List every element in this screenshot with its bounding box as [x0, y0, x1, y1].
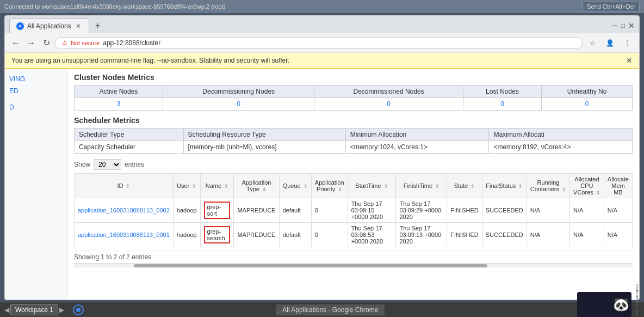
menu-button[interactable]: ⋮ [620, 35, 635, 51]
browser-tab[interactable]: ● All Applications ✕ [9, 19, 89, 33]
priority-1: 0 [311, 198, 348, 223]
col-application-type[interactable]: ApplicationType ⇕ [234, 174, 279, 198]
running-containers-2: N/A [527, 223, 569, 247]
show-label: Show [74, 161, 90, 168]
sidebar-item-empty [5, 97, 67, 101]
col-lost-nodes: Lost Nodes [463, 86, 541, 98]
max-allocation-value: <memory:8192, vCores:4> [489, 141, 633, 154]
minimize-button[interactable]: ─ [612, 21, 618, 30]
app-name-highlight-2: grep-search [204, 226, 231, 243]
decommissioning-value: 0 [163, 98, 314, 111]
tab-close-button[interactable]: ✕ [75, 22, 82, 30]
queue-1: default [279, 198, 311, 223]
start-time-1: Thu Sep 17 03:09:15 +0000 2020 [348, 198, 396, 223]
col-decommissioning-nodes: Decommissioning Nodes [163, 86, 314, 98]
col-application-priority[interactable]: ApplicationPriority ⇕ [311, 174, 348, 198]
new-tab-button[interactable]: + [91, 19, 104, 32]
tab-bar: ● All Applications ✕ + ─ □ ✕ [5, 16, 639, 33]
app-type-1: MAPREDUCE [234, 198, 279, 223]
bookmark-button[interactable]: ☆ [585, 35, 600, 51]
cluster-metrics-table: Active Nodes Decommissioning Nodes Decom… [74, 85, 633, 111]
col-name[interactable]: Name ⇕ [200, 174, 234, 198]
warning-close-button[interactable]: ✕ [626, 56, 633, 65]
workspace-label[interactable]: Workspace 1 [10, 304, 58, 315]
scheduler-metrics-table: Scheduler Type Scheduling Resource Type … [74, 128, 633, 154]
col-final-status[interactable]: FinalStatus ⇕ [482, 174, 527, 198]
browser-window: ● All Applications ✕ + ─ □ ✕ ← → ↻ ⚠ Not… [4, 15, 640, 300]
col-minimum-allocation: Minimum Allocation [345, 129, 489, 141]
col-unhealthy-nodes: Unhealthy No [542, 86, 633, 98]
col-alloc-mem[interactable]: AllocateMemMB [604, 174, 632, 198]
entries-select[interactable]: 10 20 50 100 [94, 159, 121, 170]
min-allocation-value: <memory:1024, vCores:1> [345, 141, 489, 154]
sidebar-item-ving[interactable]: VING [5, 73, 67, 85]
col-maximum-allocation: Maximum Allocati [489, 129, 633, 141]
alloc-cpu-1: N/A [570, 198, 604, 223]
close-window-button[interactable]: ✕ [628, 21, 635, 30]
col-queue[interactable]: Queue ⇕ [279, 174, 311, 198]
navigation-bar: ← → ↻ ⚠ Not secure app-12:8088/cluster ☆… [5, 33, 639, 53]
warning-bar: You are using an unsupported command-lin… [5, 53, 639, 69]
sidebar-item-d[interactable]: D [5, 101, 67, 113]
user-2: hadoop [173, 223, 200, 247]
workspace-next-button[interactable]: ▶ [59, 306, 64, 314]
scheduler-type-value: Capacity Scheduler [75, 141, 184, 154]
account-button[interactable]: 👤 [602, 35, 617, 51]
address-text: app-12:8088/cluster [103, 39, 575, 47]
taskbar-app-label[interactable]: All Applications - Google Chrome [276, 304, 385, 315]
start-time-2: Thu Sep 17 03:08:53 +0000 2020 [348, 223, 396, 247]
name-1: grep-sort [200, 198, 234, 223]
maximize-button[interactable]: □ [621, 22, 625, 29]
col-id[interactable]: ID ⇕ [75, 174, 174, 198]
col-scheduling-resource-type: Scheduling Resource Type [183, 129, 345, 141]
watermark-text: csdn.net/weixin_45810046 [635, 284, 640, 317]
final-status-1: SUCCEEDED [482, 198, 527, 223]
table-row: application_1600310088113_0002 hadoop gr… [75, 198, 633, 223]
user-1: hadoop [173, 198, 200, 223]
state-2: FINISHED [447, 223, 482, 247]
workspace-prev-button[interactable]: ◀ [4, 306, 9, 314]
lost-nodes-value: 0 [463, 98, 541, 111]
active-nodes-value: 3 [75, 98, 163, 111]
top-bar: Connected to workspace1sf0k4m4x3038eky.w… [0, 0, 644, 13]
app-id-2[interactable]: application_1600310088113_0001 [75, 223, 174, 247]
scroll-thumb[interactable] [134, 264, 487, 267]
applications-table: ID ⇕ User ⇕ Name ⇕ ApplicationType ⇕ Que… [74, 173, 633, 247]
state-1: FINISHED [447, 198, 482, 223]
priority-2: 0 [311, 223, 348, 247]
table-row: application_1600310088113_0001 hadoop gr… [75, 223, 633, 247]
security-warning-icon: ⚠ [62, 39, 67, 46]
back-button[interactable]: ← [9, 36, 22, 50]
app-name-highlight-1: grep-sort [204, 202, 231, 219]
alloc-mem-1: N/A [604, 198, 632, 223]
forward-button[interactable]: → [24, 36, 38, 50]
app-id-1[interactable]: application_1600310088113_0002 [75, 198, 174, 223]
running-containers-1: N/A [527, 198, 569, 223]
taskbar: ◀ Workspace 1 ▶ All Applications - Googl… [0, 302, 644, 317]
horizontal-scrollbar[interactable] [74, 263, 633, 267]
security-warning-text: Not secure [71, 40, 100, 46]
content-area: Cluster Nodes Metrics Active Nodes Decom… [67, 69, 639, 300]
col-state[interactable]: State ⇕ [447, 174, 482, 198]
col-start-time[interactable]: StartTime ⇕ [348, 174, 396, 198]
warning-text: You are using an unsupported command-lin… [11, 57, 289, 64]
sidebar-item-ed[interactable]: ED [5, 85, 67, 97]
col-alloc-cpu[interactable]: AllocatedCPUVCores ⇕ [570, 174, 604, 198]
reload-button[interactable]: ↻ [40, 36, 53, 50]
alloc-mem-2: N/A [604, 223, 632, 247]
address-bar[interactable]: ⚠ Not secure app-12:8088/cluster [55, 37, 583, 49]
col-finish-time[interactable]: FinishTime ⇕ [396, 174, 447, 198]
showing-entries: Showing 1 to 2 of 2 entries [74, 251, 633, 263]
final-status-2: SUCCEEDED [482, 223, 527, 247]
queue-2: default [279, 223, 311, 247]
tab-title: All Applications [27, 22, 71, 30]
ctrl-alt-del-button[interactable]: Send Ctrl+Alt+Del [582, 2, 640, 11]
taskbar-center: All Applications - Google Chrome [88, 304, 573, 315]
app-type-2: MAPREDUCE [234, 223, 279, 247]
name-2: grep-search [200, 223, 234, 247]
col-user[interactable]: User ⇕ [173, 174, 200, 198]
col-scheduler-type: Scheduler Type [75, 129, 184, 141]
finish-time-1: Thu Sep 17 03:09:29 +0000 2020 [396, 198, 447, 223]
entries-label: entries [125, 161, 144, 168]
col-running-containers[interactable]: RunningContainers ⇕ [527, 174, 569, 198]
